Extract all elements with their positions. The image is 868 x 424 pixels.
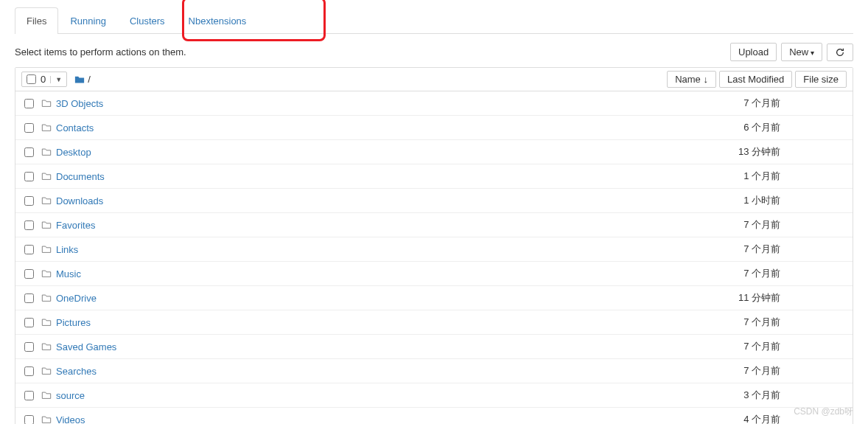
sort-name-button[interactable]: Name ↓: [667, 71, 716, 88]
row-checkbox[interactable]: [24, 318, 34, 327]
folder-icon: [41, 414, 52, 424]
folder-icon: [41, 244, 52, 254]
item-modified: 7 个月前: [685, 364, 788, 378]
item-modified: 7 个月前: [685, 316, 788, 329]
folder-icon: [41, 341, 52, 352]
tab-nbextensions[interactable]: Nbextensions: [177, 7, 259, 34]
folder-icon: [41, 317, 52, 327]
upload-button[interactable]: Upload: [730, 43, 777, 61]
list-item: Desktop13 分钟前: [15, 140, 853, 164]
row-checkbox[interactable]: [24, 196, 34, 206]
list-item: Pictures7 个月前: [15, 310, 853, 335]
list-item: Music7 个月前: [15, 262, 853, 286]
list-item: 3D Objects7 个月前: [15, 91, 853, 116]
item-name-link[interactable]: Downloads: [56, 195, 685, 206]
refresh-button[interactable]: [827, 44, 853, 61]
item-name-link[interactable]: Desktop: [56, 147, 685, 158]
item-modified: 6 个月前: [685, 121, 788, 134]
row-checkbox[interactable]: [24, 342, 34, 352]
list-item: Saved Games7 个月前: [15, 335, 853, 359]
row-checkbox[interactable]: [24, 172, 34, 181]
list-item: Documents1 个月前: [15, 164, 853, 189]
item-modified: 7 个月前: [685, 340, 788, 353]
row-checkbox[interactable]: [24, 99, 34, 108]
folder-icon: [41, 171, 52, 181]
row-checkbox[interactable]: [24, 269, 34, 279]
item-modified: 3 个月前: [685, 389, 788, 402]
folder-icon: [41, 122, 52, 133]
refresh-icon: [835, 47, 845, 58]
select-all-dropdown[interactable]: 0 ▼: [21, 72, 67, 87]
folder-home-icon: [74, 74, 85, 85]
item-modified: 11 分钟前: [685, 291, 788, 305]
item-name-link[interactable]: 3D Objects: [56, 98, 685, 109]
chevron-down-icon: ▼: [50, 76, 62, 83]
item-name-link[interactable]: Music: [56, 268, 685, 279]
list-item: Videos4 个月前: [15, 408, 853, 424]
list-item: Searches7 个月前: [15, 359, 853, 383]
item-modified: 1 个月前: [685, 170, 788, 183]
folder-icon: [41, 390, 52, 400]
list-item: OneDrive11 分钟前: [15, 286, 853, 310]
toolbar-buttons: Upload New: [730, 43, 853, 61]
item-modified: 7 个月前: [685, 243, 788, 256]
item-name-link[interactable]: Favorites: [56, 220, 685, 231]
list-item: source3 个月前: [15, 383, 853, 408]
new-dropdown-button[interactable]: New: [781, 43, 822, 61]
sort-size-button[interactable]: File size: [795, 71, 847, 88]
item-name-link[interactable]: Searches: [56, 366, 685, 377]
list-item: Contacts6 个月前: [15, 116, 853, 140]
file-rows-container: 3D Objects7 个月前Contacts6 个月前Desktop13 分钟…: [15, 91, 853, 424]
item-name-link[interactable]: Documents: [56, 171, 685, 182]
folder-icon: [41, 195, 52, 206]
file-list-panel: 0 ▼ / Name ↓ Last Modified File size 3D …: [15, 67, 853, 424]
folder-icon: [41, 98, 52, 108]
item-modified: 1 小时前: [685, 194, 788, 207]
item-name-link[interactable]: Links: [56, 244, 685, 255]
toolbar-row: Select items to perform actions on them.…: [15, 34, 853, 67]
tab-running[interactable]: Running: [58, 7, 117, 34]
folder-icon: [41, 147, 52, 157]
tab-clusters[interactable]: Clusters: [118, 7, 177, 34]
name-column-label: Name: [675, 74, 701, 85]
row-checkbox[interactable]: [24, 147, 34, 157]
row-checkbox[interactable]: [24, 123, 34, 133]
list-header: 0 ▼ / Name ↓ Last Modified File size: [15, 68, 853, 91]
item-modified: 7 个月前: [685, 267, 788, 280]
selected-count: 0: [39, 74, 47, 85]
row-checkbox[interactable]: [24, 293, 34, 303]
row-checkbox[interactable]: [24, 415, 34, 425]
list-item: Links7 个月前: [15, 237, 853, 262]
list-item: Downloads1 小时前: [15, 189, 853, 213]
item-name-link[interactable]: OneDrive: [56, 293, 685, 304]
list-item: Favorites7 个月前: [15, 213, 853, 237]
tab-files[interactable]: Files: [15, 7, 58, 34]
row-checkbox[interactable]: [24, 220, 34, 230]
select-hint-text: Select items to perform actions on them.: [15, 46, 186, 58]
item-name-link[interactable]: Pictures: [56, 317, 685, 328]
folder-icon: [41, 293, 52, 303]
select-all-checkbox[interactable]: [27, 74, 36, 84]
folder-icon: [41, 220, 52, 230]
item-modified: 13 分钟前: [685, 145, 788, 159]
item-modified: 4 个月前: [685, 413, 788, 424]
breadcrumb[interactable]: /: [74, 74, 91, 85]
item-name-link[interactable]: Videos: [56, 414, 685, 425]
item-name-link[interactable]: source: [56, 390, 685, 401]
row-checkbox[interactable]: [24, 245, 34, 254]
sort-modified-button[interactable]: Last Modified: [719, 71, 792, 88]
row-checkbox[interactable]: [24, 366, 34, 376]
row-checkbox[interactable]: [24, 391, 34, 400]
item-name-link[interactable]: Saved Games: [56, 341, 685, 352]
item-name-link[interactable]: Contacts: [56, 122, 685, 133]
folder-icon: [41, 268, 52, 279]
breadcrumb-root: /: [88, 74, 91, 85]
item-modified: 7 个月前: [685, 97, 788, 110]
folder-icon: [41, 366, 52, 376]
item-modified: 7 个月前: [685, 218, 788, 232]
tab-bar: Files Running Clusters Nbextensions: [15, 7, 853, 34]
arrow-down-icon: ↓: [703, 74, 708, 85]
